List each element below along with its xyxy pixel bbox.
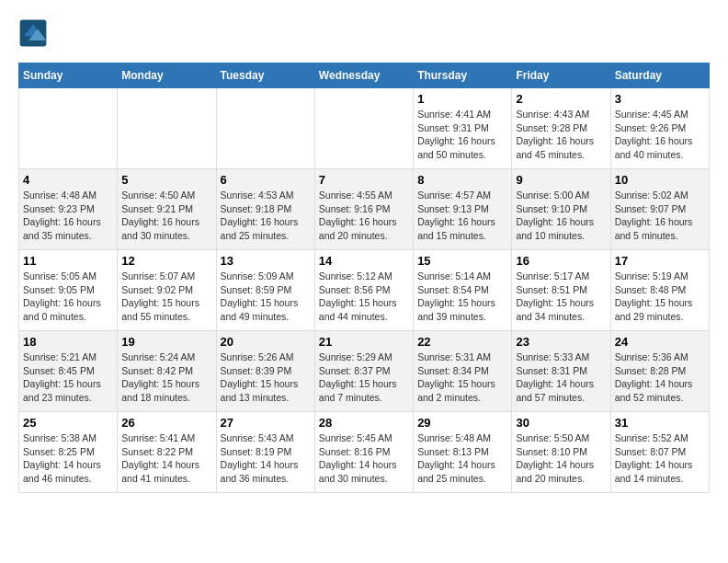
cell-content: Sunrise: 4:45 AM Sunset: 9:26 PM Dayligh… bbox=[615, 108, 705, 162]
cell-content: Sunrise: 5:33 AM Sunset: 8:31 PM Dayligh… bbox=[516, 350, 606, 405]
calendar-cell: 3Sunrise: 4:45 AM Sunset: 9:26 PM Daylig… bbox=[610, 88, 709, 169]
header-saturday: Saturday bbox=[610, 63, 709, 88]
day-number: 17 bbox=[615, 254, 705, 268]
header-sunday: Sunday bbox=[19, 63, 118, 88]
day-number: 19 bbox=[121, 335, 211, 349]
cell-content: Sunrise: 5:38 AM Sunset: 8:25 PM Dayligh… bbox=[23, 431, 113, 486]
calendar-cell: 31Sunrise: 5:52 AM Sunset: 8:07 PM Dayli… bbox=[610, 412, 709, 493]
header-tuesday: Tuesday bbox=[216, 63, 314, 88]
cell-content: Sunrise: 5:45 AM Sunset: 8:16 PM Dayligh… bbox=[319, 431, 409, 486]
calendar-cell: 10Sunrise: 5:02 AM Sunset: 9:07 PM Dayli… bbox=[610, 169, 709, 250]
calendar-cell: 12Sunrise: 5:07 AM Sunset: 9:02 PM Dayli… bbox=[118, 250, 216, 331]
day-number: 14 bbox=[319, 254, 409, 268]
calendar-week-1: 1Sunrise: 4:41 AM Sunset: 9:31 PM Daylig… bbox=[19, 88, 710, 169]
cell-content: Sunrise: 5:02 AM Sunset: 9:07 PM Dayligh… bbox=[615, 189, 705, 243]
calendar-cell bbox=[118, 88, 216, 169]
calendar-week-2: 4Sunrise: 4:48 AM Sunset: 9:23 PM Daylig… bbox=[19, 169, 710, 250]
day-number: 12 bbox=[121, 254, 211, 268]
cell-content: Sunrise: 5:07 AM Sunset: 9:02 PM Dayligh… bbox=[121, 270, 211, 324]
day-number: 8 bbox=[417, 173, 507, 187]
calendar-cell: 22Sunrise: 5:31 AM Sunset: 8:34 PM Dayli… bbox=[414, 331, 512, 412]
day-number: 10 bbox=[615, 173, 705, 187]
header-wednesday: Wednesday bbox=[314, 63, 413, 88]
calendar-cell: 29Sunrise: 5:48 AM Sunset: 8:13 PM Dayli… bbox=[414, 412, 512, 493]
calendar-cell: 21Sunrise: 5:29 AM Sunset: 8:37 PM Dayli… bbox=[314, 331, 413, 412]
day-number: 13 bbox=[221, 254, 311, 268]
calendar-cell: 23Sunrise: 5:33 AM Sunset: 8:31 PM Dayli… bbox=[512, 331, 610, 412]
day-number: 2 bbox=[516, 92, 606, 106]
day-number: 16 bbox=[516, 254, 606, 268]
day-number: 26 bbox=[121, 416, 211, 430]
calendar-week-3: 11Sunrise: 5:05 AM Sunset: 9:05 PM Dayli… bbox=[19, 250, 710, 331]
page-header bbox=[18, 18, 710, 48]
calendar-cell: 24Sunrise: 5:36 AM Sunset: 8:28 PM Dayli… bbox=[610, 331, 709, 412]
calendar-cell: 15Sunrise: 5:14 AM Sunset: 8:54 PM Dayli… bbox=[414, 250, 512, 331]
logo bbox=[18, 18, 51, 48]
calendar-week-5: 25Sunrise: 5:38 AM Sunset: 8:25 PM Dayli… bbox=[19, 412, 710, 493]
day-number: 9 bbox=[516, 173, 606, 187]
calendar-cell: 26Sunrise: 5:41 AM Sunset: 8:22 PM Dayli… bbox=[118, 412, 216, 493]
calendar-cell: 28Sunrise: 5:45 AM Sunset: 8:16 PM Dayli… bbox=[314, 412, 413, 493]
cell-content: Sunrise: 4:55 AM Sunset: 9:16 PM Dayligh… bbox=[319, 189, 409, 243]
cell-content: Sunrise: 5:14 AM Sunset: 8:54 PM Dayligh… bbox=[417, 270, 507, 324]
day-number: 15 bbox=[417, 254, 507, 268]
day-number: 31 bbox=[615, 416, 705, 430]
cell-content: Sunrise: 4:41 AM Sunset: 9:31 PM Dayligh… bbox=[417, 108, 507, 162]
calendar-cell: 8Sunrise: 4:57 AM Sunset: 9:13 PM Daylig… bbox=[414, 169, 512, 250]
calendar-cell: 14Sunrise: 5:12 AM Sunset: 8:56 PM Dayli… bbox=[314, 250, 413, 331]
cell-content: Sunrise: 5:52 AM Sunset: 8:07 PM Dayligh… bbox=[615, 431, 705, 486]
logo-icon bbox=[18, 18, 48, 48]
calendar-cell: 19Sunrise: 5:24 AM Sunset: 8:42 PM Dayli… bbox=[118, 331, 216, 412]
day-number: 20 bbox=[221, 335, 311, 349]
calendar-header-row: SundayMondayTuesdayWednesdayThursdayFrid… bbox=[19, 63, 710, 88]
day-number: 7 bbox=[319, 173, 409, 187]
cell-content: Sunrise: 5:29 AM Sunset: 8:37 PM Dayligh… bbox=[319, 350, 409, 405]
cell-content: Sunrise: 5:12 AM Sunset: 8:56 PM Dayligh… bbox=[319, 270, 409, 324]
cell-content: Sunrise: 4:43 AM Sunset: 9:28 PM Dayligh… bbox=[516, 108, 606, 162]
cell-content: Sunrise: 5:41 AM Sunset: 8:22 PM Dayligh… bbox=[121, 431, 211, 486]
cell-content: Sunrise: 5:17 AM Sunset: 8:51 PM Dayligh… bbox=[516, 270, 606, 324]
cell-content: Sunrise: 4:48 AM Sunset: 9:23 PM Dayligh… bbox=[23, 189, 113, 243]
day-number: 4 bbox=[23, 173, 113, 187]
header-friday: Friday bbox=[512, 63, 610, 88]
day-number: 29 bbox=[417, 416, 507, 430]
calendar-cell: 2Sunrise: 4:43 AM Sunset: 9:28 PM Daylig… bbox=[512, 88, 610, 169]
calendar-cell: 4Sunrise: 4:48 AM Sunset: 9:23 PM Daylig… bbox=[19, 169, 118, 250]
day-number: 27 bbox=[221, 416, 311, 430]
day-number: 21 bbox=[319, 335, 409, 349]
day-number: 25 bbox=[23, 416, 113, 430]
cell-content: Sunrise: 4:50 AM Sunset: 9:21 PM Dayligh… bbox=[121, 189, 211, 243]
calendar-cell: 9Sunrise: 5:00 AM Sunset: 9:10 PM Daylig… bbox=[512, 169, 610, 250]
calendar-cell: 11Sunrise: 5:05 AM Sunset: 9:05 PM Dayli… bbox=[19, 250, 118, 331]
cell-content: Sunrise: 5:09 AM Sunset: 8:59 PM Dayligh… bbox=[221, 270, 311, 324]
day-number: 11 bbox=[23, 254, 113, 268]
cell-content: Sunrise: 4:57 AM Sunset: 9:13 PM Dayligh… bbox=[417, 189, 507, 243]
calendar-table: SundayMondayTuesdayWednesdayThursdayFrid… bbox=[18, 63, 710, 493]
day-number: 23 bbox=[516, 335, 606, 349]
day-number: 1 bbox=[417, 92, 507, 106]
cell-content: Sunrise: 4:53 AM Sunset: 9:18 PM Dayligh… bbox=[221, 189, 311, 243]
calendar-cell bbox=[19, 88, 118, 169]
calendar-cell: 7Sunrise: 4:55 AM Sunset: 9:16 PM Daylig… bbox=[314, 169, 413, 250]
cell-content: Sunrise: 5:19 AM Sunset: 8:48 PM Dayligh… bbox=[615, 270, 705, 324]
cell-content: Sunrise: 5:36 AM Sunset: 8:28 PM Dayligh… bbox=[615, 350, 705, 405]
cell-content: Sunrise: 5:26 AM Sunset: 8:39 PM Dayligh… bbox=[221, 350, 311, 405]
day-number: 28 bbox=[319, 416, 409, 430]
calendar-cell bbox=[314, 88, 413, 169]
cell-content: Sunrise: 5:05 AM Sunset: 9:05 PM Dayligh… bbox=[23, 270, 113, 324]
day-number: 22 bbox=[417, 335, 507, 349]
cell-content: Sunrise: 5:43 AM Sunset: 8:19 PM Dayligh… bbox=[221, 431, 311, 486]
day-number: 30 bbox=[516, 416, 606, 430]
cell-content: Sunrise: 5:21 AM Sunset: 8:45 PM Dayligh… bbox=[23, 350, 113, 405]
calendar-cell: 20Sunrise: 5:26 AM Sunset: 8:39 PM Dayli… bbox=[216, 331, 314, 412]
header-monday: Monday bbox=[118, 63, 216, 88]
cell-content: Sunrise: 5:48 AM Sunset: 8:13 PM Dayligh… bbox=[417, 431, 507, 486]
calendar-cell: 1Sunrise: 4:41 AM Sunset: 9:31 PM Daylig… bbox=[414, 88, 512, 169]
cell-content: Sunrise: 5:00 AM Sunset: 9:10 PM Dayligh… bbox=[516, 189, 606, 243]
calendar-cell: 30Sunrise: 5:50 AM Sunset: 8:10 PM Dayli… bbox=[512, 412, 610, 493]
day-number: 18 bbox=[23, 335, 113, 349]
day-number: 5 bbox=[121, 173, 211, 187]
calendar-week-4: 18Sunrise: 5:21 AM Sunset: 8:45 PM Dayli… bbox=[19, 331, 710, 412]
calendar-cell: 16Sunrise: 5:17 AM Sunset: 8:51 PM Dayli… bbox=[512, 250, 610, 331]
header-thursday: Thursday bbox=[414, 63, 512, 88]
